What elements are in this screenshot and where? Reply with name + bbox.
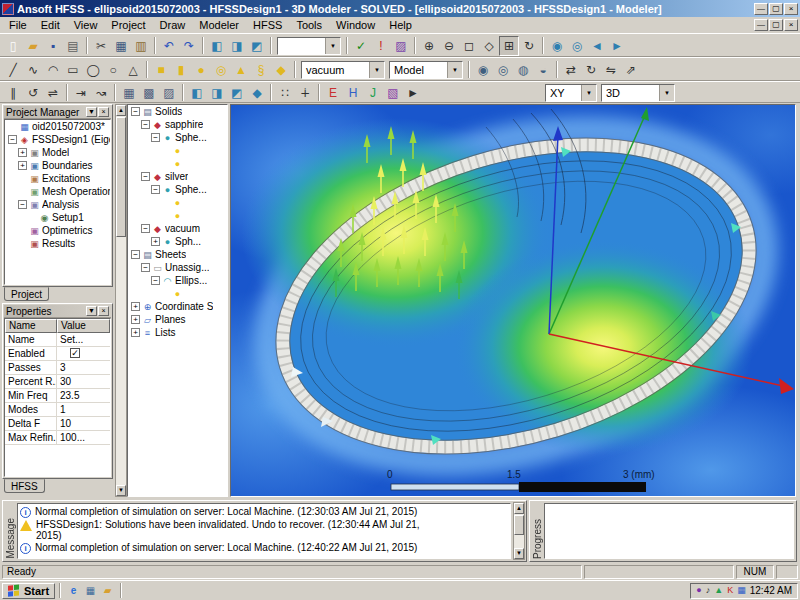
- tree-item[interactable]: −●Sphe...: [128, 183, 227, 196]
- collapse-icon[interactable]: −: [131, 250, 140, 259]
- collapse-icon[interactable]: −: [131, 107, 140, 116]
- save-icon[interactable]: ▪: [43, 36, 63, 56]
- collapse-icon[interactable]: −: [8, 135, 17, 144]
- panel-close-icon[interactable]: ×: [98, 306, 109, 316]
- collapse-icon[interactable]: −: [141, 172, 150, 181]
- tree-item[interactable]: −▤Solids: [128, 105, 227, 118]
- enabled-checkbox[interactable]: ✓: [70, 348, 80, 358]
- expand-icon[interactable]: +: [18, 161, 27, 170]
- tree-item[interactable]: −▤Sheets: [128, 248, 227, 261]
- close-button[interactable]: ×: [784, 3, 798, 15]
- tree-item[interactable]: ▣Mesh Operations: [5, 185, 110, 198]
- draw-polyhedron-icon[interactable]: ◆: [271, 60, 291, 80]
- orient-y-icon[interactable]: ◨: [207, 84, 227, 102]
- orient-iso-icon[interactable]: ◆: [247, 84, 267, 102]
- dropdown-arrow-icon[interactable]: ▼: [369, 62, 384, 78]
- expand-icon[interactable]: +: [151, 237, 160, 246]
- field-e-icon[interactable]: E: [323, 84, 343, 102]
- panel-menu-icon[interactable]: ▼: [86, 306, 97, 316]
- grid-icon[interactable]: ∷: [275, 84, 295, 102]
- collapse-icon[interactable]: −: [141, 120, 150, 129]
- draw-torus-icon[interactable]: ◎: [211, 60, 231, 80]
- scroll-up-icon[interactable]: ▲: [116, 105, 126, 116]
- view-combo[interactable]: 3D▼: [601, 84, 675, 102]
- tree-item[interactable]: ●: [128, 196, 227, 209]
- expand-icon[interactable]: +: [18, 148, 27, 157]
- tree-item[interactable]: +▣Boundaries: [5, 159, 110, 172]
- tree-item[interactable]: ●: [128, 209, 227, 222]
- boolean-subtract-icon[interactable]: ◎: [493, 60, 513, 80]
- undo-icon[interactable]: ↶: [159, 36, 179, 56]
- move-icon[interactable]: ⇄: [561, 60, 581, 80]
- tree-item[interactable]: +●Sph...: [128, 235, 227, 248]
- tab-hfss[interactable]: HFSS: [4, 479, 45, 493]
- draw-line-icon[interactable]: ╱: [3, 60, 23, 80]
- column-name[interactable]: Name: [5, 319, 57, 333]
- wireframe-icon[interactable]: ▦: [119, 84, 139, 102]
- hidden-line-icon[interactable]: ▨: [159, 84, 179, 102]
- show-desktop-icon[interactable]: ▦: [82, 583, 99, 599]
- redo-icon[interactable]: ↷: [179, 36, 199, 56]
- tree-item[interactable]: ▣Optimetrics: [5, 224, 110, 237]
- property-row[interactable]: Passes3: [5, 361, 110, 375]
- tree-item[interactable]: ▦oid2015072003*: [5, 120, 110, 133]
- snap-icon[interactable]: ∔: [295, 84, 315, 102]
- folder-icon[interactable]: ▰: [99, 583, 116, 599]
- menu-view[interactable]: View: [67, 18, 105, 32]
- boolean-unite-icon[interactable]: ◉: [473, 60, 493, 80]
- progress-panel-tab[interactable]: Progress: [530, 501, 544, 561]
- draw-cylinder-icon[interactable]: ▮: [171, 60, 191, 80]
- zoom-out-icon[interactable]: ⊖: [439, 36, 459, 56]
- restore-button[interactable]: ▢: [769, 19, 783, 31]
- tab-project[interactable]: Project: [4, 287, 49, 301]
- draw-circle-icon[interactable]: ○: [103, 60, 123, 80]
- project-manager-header[interactable]: Project Manager ▼×: [4, 106, 111, 119]
- tree-item[interactable]: +▣Model: [5, 146, 110, 159]
- scroll-down-icon[interactable]: ▼: [116, 485, 126, 496]
- zoom-in-icon[interactable]: ⊕: [419, 36, 439, 56]
- animate-icon[interactable]: ►: [403, 84, 423, 102]
- collapse-icon[interactable]: −: [18, 200, 27, 209]
- property-row[interactable]: Min Freq23.5: [5, 389, 110, 403]
- tree-item[interactable]: −◈FSSDesign1 (Eige: [5, 133, 110, 146]
- draw-box-icon[interactable]: ■: [151, 60, 171, 80]
- minimize-button[interactable]: —: [754, 3, 768, 15]
- antivirus-icon[interactable]: K: [727, 586, 733, 595]
- tree-item[interactable]: +⊕Coordinate S: [128, 300, 227, 313]
- menu-modeler[interactable]: Modeler: [192, 18, 246, 32]
- scrollbar-thumb[interactable]: [514, 515, 524, 535]
- mirror-icon[interactable]: ⇋: [601, 60, 621, 80]
- dropdown-arrow-icon[interactable]: ▼: [447, 62, 462, 78]
- tree-item[interactable]: −◆sapphire: [128, 118, 227, 131]
- pan-icon[interactable]: ⊞: [499, 36, 519, 56]
- scroll-down-icon[interactable]: ▼: [514, 548, 524, 559]
- menu-draw[interactable]: Draw: [153, 18, 193, 32]
- tree-item[interactable]: −▭Unassig...: [128, 261, 227, 274]
- dropdown-arrow-icon[interactable]: ▼: [325, 38, 340, 54]
- message-scrollbar[interactable]: ▲ ▼: [513, 502, 525, 560]
- message-item[interactable]: HFSSDesign1: Solutions have been invalid…: [20, 519, 508, 541]
- start-button[interactable]: Start: [2, 583, 55, 599]
- message-panel-tab[interactable]: Message: [3, 501, 17, 561]
- sweep-axis-icon[interactable]: ↝: [91, 84, 111, 102]
- property-row[interactable]: NameSet...: [5, 333, 110, 347]
- plane-combo[interactable]: XY▼: [545, 84, 597, 102]
- material-combo[interactable]: vacuum▼: [301, 61, 385, 79]
- panel-menu-icon[interactable]: ▼: [86, 107, 97, 117]
- property-row[interactable]: Enabled✓: [5, 347, 110, 361]
- collapse-icon[interactable]: −: [151, 133, 160, 142]
- property-row[interactable]: Delta F10: [5, 417, 110, 431]
- dropdown-arrow-icon[interactable]: ▼: [659, 85, 674, 101]
- collapse-icon[interactable]: −: [151, 185, 160, 194]
- new-icon[interactable]: ▯: [3, 36, 23, 56]
- tree-item[interactable]: −◆vacuum: [128, 222, 227, 235]
- draw-arc-icon[interactable]: ◠: [43, 60, 63, 80]
- menu-edit[interactable]: Edit: [34, 18, 67, 32]
- boolean-split-icon[interactable]: ◒: [533, 60, 553, 80]
- scroll-up-icon[interactable]: ▲: [514, 503, 524, 514]
- print-icon[interactable]: ▤: [63, 36, 83, 56]
- prev-view-icon[interactable]: ◄: [587, 36, 607, 56]
- duplicate-mirror-icon[interactable]: ⇌: [43, 84, 63, 102]
- tree-item[interactable]: −●Sphe...: [128, 131, 227, 144]
- ie-icon[interactable]: e: [65, 583, 82, 599]
